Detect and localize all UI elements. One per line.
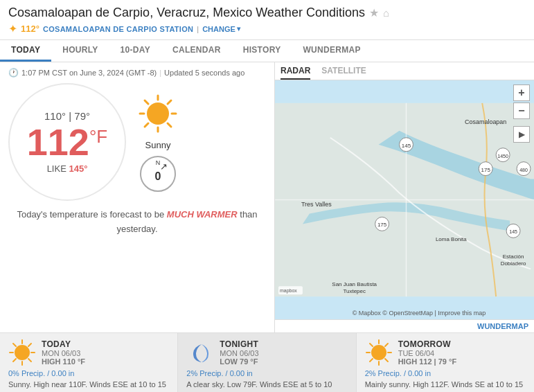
svg-text:Tuxtepec: Tuxtepec xyxy=(343,288,365,294)
separator: | xyxy=(197,25,199,33)
wind-compass: N ↗ 0 xyxy=(140,156,176,192)
svg-text:175: 175 xyxy=(377,222,387,228)
svg-line-49 xyxy=(370,344,373,346)
svg-text:175: 175 xyxy=(481,167,491,173)
svg-point-44 xyxy=(371,345,386,360)
map-tab-satellite[interactable]: SATELLITE xyxy=(321,66,366,80)
svg-text:Tres Valles: Tres Valles xyxy=(301,201,332,208)
card-temp-tomorrow: HIGH 112 | 79 °F xyxy=(398,357,457,366)
weather-icon-small: ✦ xyxy=(8,22,17,35)
card-temp-today: HIGH 110 °F xyxy=(42,357,85,366)
wind-arrow-icon: ↗ xyxy=(160,161,168,172)
star-icon[interactable]: ★ xyxy=(369,6,379,19)
temp-main-value: 112 xyxy=(27,123,89,161)
tab-hourly[interactable]: HOURLY xyxy=(51,40,109,62)
card-label-tonight: TONIGHT xyxy=(220,339,258,349)
svg-line-52 xyxy=(370,359,373,362)
svg-point-35 xyxy=(15,345,30,360)
svg-text:1450: 1450 xyxy=(497,154,508,159)
left-panel: 🕐 1:07 PM CST on June 3, 2024 (GMT -8) |… xyxy=(0,62,274,332)
nav-tabs: TODAY HOURLY 10-DAY CALENDAR HISTORY WUN… xyxy=(0,40,534,62)
svg-line-5 xyxy=(145,100,148,104)
map-controls: + − ▶ xyxy=(513,84,530,143)
bottom-cards: TODAY MON 06/03 HIGH 110 °F 0% Precip. /… xyxy=(0,332,534,392)
card-tomorrow: TOMORROW TUE 06/04 HIGH 112 | 79 °F 2% P… xyxy=(357,333,534,392)
tab-today[interactable]: TODAY xyxy=(0,40,51,62)
sun-icon-tomorrow xyxy=(365,339,393,366)
card-title-tonight: TONIGHT MON 06/03 LOW 79 °F xyxy=(220,339,258,366)
card-date-tonight: MON 06/03 xyxy=(220,349,258,357)
svg-text:Cosamaloapan: Cosamaloapan xyxy=(465,118,506,125)
temp-unit: °F xyxy=(89,127,107,145)
card-desc-today: Sunny. High near 110F. Winds ESE at 10 t… xyxy=(8,380,169,392)
forecast-prefix: Today's temperature is forecast to be xyxy=(17,209,164,220)
zoom-in-button[interactable]: + xyxy=(513,84,530,101)
svg-text:San Juan Bautista: San Juan Bautista xyxy=(332,281,377,287)
svg-line-42 xyxy=(28,344,31,346)
card-desc-tomorrow: Mainly sunny. High 112F. Winds SE at 10 … xyxy=(365,380,526,392)
card-date-tomorrow: TUE 06/04 xyxy=(398,349,457,357)
svg-line-7 xyxy=(168,100,171,104)
card-precip-today[interactable]: 0% Precip. / 0.00 in xyxy=(8,369,169,377)
forecast-highlight: MUCH WARMER xyxy=(167,209,238,220)
tab-wundermap[interactable]: WUNDERMAP xyxy=(292,40,371,62)
svg-line-41 xyxy=(28,359,31,362)
card-header-today: TODAY MON 06/03 HIGH 110 °F xyxy=(8,339,169,366)
svg-point-0 xyxy=(147,103,169,125)
svg-line-43 xyxy=(13,359,16,362)
card-precip-tonight[interactable]: 2% Precip. / 0.00 in xyxy=(186,369,347,377)
card-title-tomorrow: TOMORROW TUE 06/04 HIGH 112 | 79 °F xyxy=(398,339,457,366)
change-label: CHANGE xyxy=(202,25,235,33)
station-bar: ✦ 112° COSAMALOAPAN DE CARPIO STATION | … xyxy=(8,22,526,35)
tab-10day[interactable]: 10-DAY xyxy=(109,40,161,62)
wundermap-link[interactable]: WUNDERMAP xyxy=(275,319,534,332)
temp-high: 110° xyxy=(44,110,66,122)
map-attribution: © Mapbox © OpenStreetMap | Improve this … xyxy=(304,310,534,317)
wind-value: 0 xyxy=(155,170,161,183)
card-label-today: TODAY xyxy=(42,339,85,349)
tab-history[interactable]: HISTORY xyxy=(232,40,292,62)
card-header-tomorrow: TOMORROW TUE 06/04 HIGH 112 | 79 °F xyxy=(365,339,526,366)
card-tonight: TONIGHT MON 06/03 LOW 79 °F 2% Precip. /… xyxy=(178,333,356,392)
zoom-out-button[interactable]: − xyxy=(513,103,530,119)
weather-right: Sunny N ↗ 0 xyxy=(137,93,179,192)
station-name[interactable]: COSAMALOAPAN DE CARPIO STATION xyxy=(43,25,193,33)
svg-text:Loma Bonita: Loma Bonita xyxy=(436,236,467,242)
tab-calendar[interactable]: CALENDAR xyxy=(161,40,232,62)
condition-label: Sunny xyxy=(145,140,171,150)
main-area: 🕐 1:07 PM CST on June 3, 2024 (GMT -8) |… xyxy=(0,62,534,332)
svg-text:Dobladero: Dobladero xyxy=(501,260,526,267)
feels-like: LIKE 145° xyxy=(47,163,88,174)
chevron-down-icon: ▾ xyxy=(237,25,240,33)
card-header-tonight: TONIGHT MON 06/03 LOW 79 °F xyxy=(186,339,347,366)
svg-line-8 xyxy=(145,123,148,127)
map-tabs: RADAR SATELLITE xyxy=(275,62,534,80)
svg-text:145: 145 xyxy=(509,229,517,234)
map-panel: RADAR SATELLITE xyxy=(274,62,534,332)
play-button[interactable]: ▶ xyxy=(513,126,530,143)
card-desc-tonight: A clear sky. Low 79F. Winds ESE at 5 to … xyxy=(186,380,347,392)
card-today: TODAY MON 06/03 HIGH 110 °F 0% Precip. /… xyxy=(0,333,178,392)
temp-circle: 110° | 79° 112 °F LIKE 145° xyxy=(8,83,126,201)
card-precip-tomorrow[interactable]: 2% Precip. / 0.00 in xyxy=(365,369,526,377)
card-title-today: TODAY MON 06/03 HIGH 110 °F xyxy=(42,339,85,366)
temp-range: 110° | 79° xyxy=(44,110,90,122)
sun-icon-large xyxy=(137,93,179,134)
updated-text: Updated 5 seconds ago xyxy=(164,69,244,77)
forecast-text: Today's temperature is forecast to be MU… xyxy=(8,208,266,237)
feels-like-label: LIKE xyxy=(47,163,66,174)
home-icon[interactable]: ⌂ xyxy=(383,7,389,19)
card-label-tomorrow: TOMORROW xyxy=(398,339,457,349)
svg-text:480: 480 xyxy=(519,168,528,172)
clock-icon: 🕐 xyxy=(8,68,19,78)
moon-icon-tonight xyxy=(186,339,214,366)
feels-like-temp: 145° xyxy=(69,163,87,174)
change-link[interactable]: CHANGE ▾ xyxy=(202,25,240,33)
separator-pipe: | xyxy=(159,69,161,77)
temp-main-display: 112 °F xyxy=(27,123,107,161)
weather-display: 110° | 79° 112 °F LIKE 145° xyxy=(8,83,266,201)
map-container: 175 145 175 1450 480 145 Cosamaloapan Tr… xyxy=(275,80,534,319)
map-tab-radar[interactable]: RADAR xyxy=(281,66,310,80)
svg-line-40 xyxy=(13,344,16,346)
station-temp: 112° xyxy=(21,24,39,34)
